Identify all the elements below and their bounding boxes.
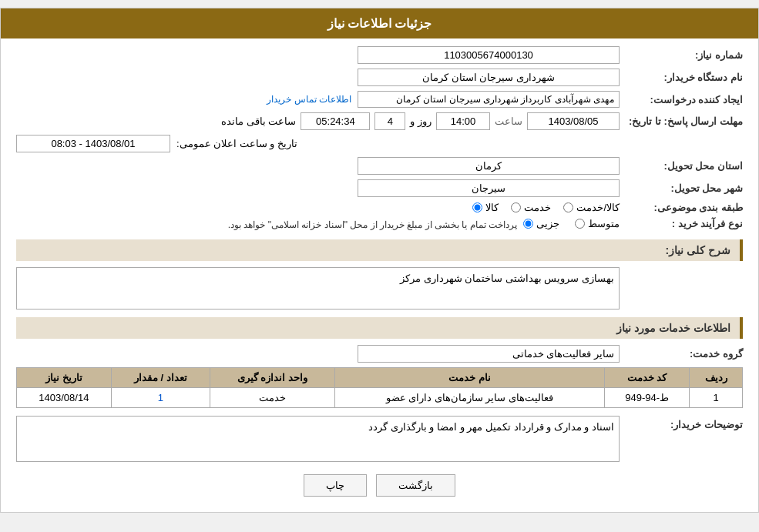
purchase-jozvi[interactable]: جزیی bbox=[523, 218, 559, 229]
announce-value: 1403/08/01 - 08:03 bbox=[16, 135, 170, 152]
deadline-label: مهلت ارسال پاسخ: تا تاریخ: bbox=[620, 115, 743, 127]
col-date: تاریخ نیاز bbox=[17, 368, 112, 388]
buyer-org-value: شهرداری سیرجان استان کرمان bbox=[358, 69, 620, 86]
need-number-value: 1103005674000130 bbox=[358, 46, 620, 64]
page-title: جزئیات اطلاعات نیاز bbox=[327, 17, 432, 30]
category-khadamat[interactable]: خدمت bbox=[511, 202, 551, 213]
city-value: سیرجان bbox=[358, 179, 620, 197]
general-desc-section-title: شرح کلی نیاز: bbox=[16, 239, 743, 261]
cell-unit: خدمت bbox=[210, 388, 334, 408]
category-label: طبقه بندی موضوعی: bbox=[620, 202, 743, 213]
creator-label: ایجاد کننده درخواست: bbox=[620, 94, 743, 105]
province-label: استان محل تحویل: bbox=[620, 160, 743, 172]
category-kala-khadamat[interactable]: کالا/خدمت bbox=[563, 202, 620, 213]
purchase-type-desc: پرداخت تمام یا بخشی از مبلغ خریدار از مح… bbox=[16, 218, 517, 232]
purchase-motovaset[interactable]: متوسط bbox=[575, 218, 620, 229]
service-group-label: گروه خدمت: bbox=[620, 348, 743, 360]
back-button[interactable]: بازگشت bbox=[376, 474, 455, 497]
col-quantity: تعداد / مقدار bbox=[111, 368, 210, 388]
purchase-type-label: نوع فرآیند خرید : bbox=[620, 218, 743, 229]
purchase-type-radios: متوسط جزیی bbox=[523, 218, 620, 229]
city-label: شهر محل تحویل: bbox=[620, 182, 743, 194]
category-kala[interactable]: کالا bbox=[472, 202, 499, 213]
cell-date: 1403/08/14 bbox=[17, 388, 112, 408]
col-service-name: نام خدمت bbox=[334, 368, 604, 388]
cell-service-name: فعالیت‌های سایر سازمان‌های دارای عضو bbox=[334, 388, 604, 408]
category-radio-group: کالا/خدمت خدمت کالا bbox=[472, 202, 620, 213]
col-service-code: کد خدمت bbox=[604, 368, 689, 388]
general-desc-value: بهسازی سرویس بهداشتی ساختمان شهرداری مرک… bbox=[16, 267, 620, 309]
creator-value: مهدی شهرآبادی کاربرداز شهرداری سیرجان اس… bbox=[358, 91, 620, 108]
deadline-time: 14:00 bbox=[436, 112, 490, 130]
deadline-date: 1403/08/05 bbox=[527, 112, 620, 130]
buyer-notes-value: اسناد و مدارک و قرارداد تکمیل مهر و امضا… bbox=[16, 416, 620, 462]
bottom-buttons: بازگشت چاپ bbox=[16, 474, 743, 497]
col-row-num: ردیف bbox=[690, 368, 743, 388]
page-header: جزئیات اطلاعات نیاز bbox=[1, 8, 758, 38]
col-unit: واحد اندازه گیری bbox=[210, 368, 334, 388]
buyer-notes-label: توضیحات خریدار: bbox=[620, 416, 743, 430]
cell-service-code: ط-94-949 bbox=[604, 388, 689, 408]
print-button[interactable]: چاپ bbox=[304, 474, 367, 497]
table-row: 1 ط-94-949 فعالیت‌های سایر سازمان‌های دا… bbox=[17, 388, 743, 408]
announce-label: تاریخ و ساعت اعلان عمومی: bbox=[176, 138, 297, 149]
time-separator: ساعت bbox=[495, 115, 522, 127]
services-table: ردیف کد خدمت نام خدمت واحد اندازه گیری ت… bbox=[16, 367, 743, 408]
service-group-value: سایر فعالیت‌های خدماتی bbox=[358, 345, 620, 363]
remaining-label: ساعت باقی مانده bbox=[221, 115, 296, 127]
cell-quantity: 1 bbox=[111, 388, 210, 408]
province-value: کرمان bbox=[358, 157, 620, 175]
buyer-org-label: نام دستگاه خریدار: bbox=[620, 72, 743, 83]
deadline-remaining: 05:24:34 bbox=[301, 112, 370, 130]
need-number-label: شماره نیاز: bbox=[620, 49, 743, 61]
cell-row-num: 1 bbox=[690, 388, 743, 408]
days-label: روز و bbox=[410, 115, 432, 127]
deadline-days: 4 bbox=[374, 112, 405, 130]
services-section-title: اطلاعات خدمات مورد نیاز bbox=[16, 317, 743, 339]
contact-link[interactable]: اطلاعات تماس خریدار bbox=[267, 94, 351, 105]
